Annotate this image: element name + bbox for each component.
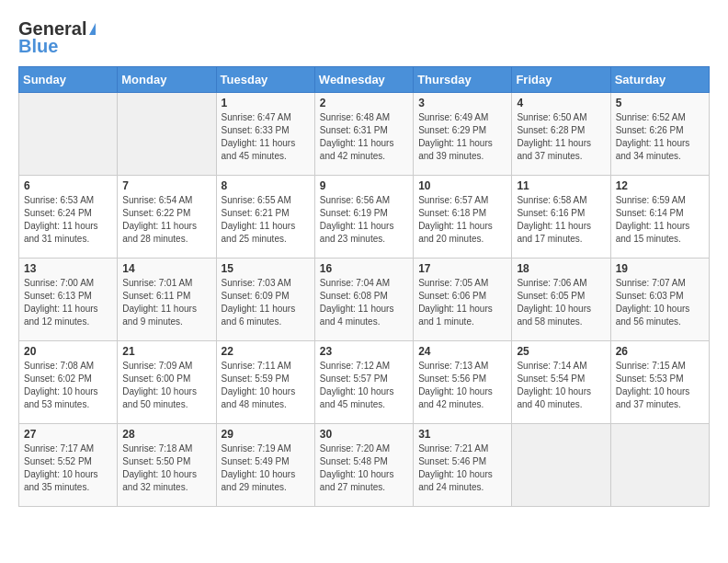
calendar-cell: 23Sunrise: 7:12 AMSunset: 5:57 PMDayligh…	[314, 341, 413, 424]
calendar-cell: 27Sunrise: 7:17 AMSunset: 5:52 PMDayligh…	[19, 424, 118, 507]
day-number: 18	[517, 262, 605, 275]
calendar-cell	[610, 424, 709, 507]
calendar-cell: 13Sunrise: 7:00 AMSunset: 6:13 PMDayligh…	[19, 259, 118, 341]
calendar-cell	[118, 93, 216, 176]
day-number: 14	[122, 262, 210, 275]
day-number: 21	[122, 345, 210, 358]
cell-content: Sunrise: 6:50 AMSunset: 6:28 PMDaylight:…	[517, 111, 605, 163]
calendar-cell	[512, 424, 610, 507]
calendar-cell: 26Sunrise: 7:15 AMSunset: 5:53 PMDayligh…	[610, 341, 709, 424]
calendar-cell: 7Sunrise: 6:54 AMSunset: 6:22 PMDaylight…	[118, 176, 216, 259]
cell-content: Sunrise: 7:11 AMSunset: 5:59 PMDaylight:…	[222, 360, 310, 411]
page-header: General Blue	[18, 18, 710, 57]
cell-content: Sunrise: 7:21 AMSunset: 5:46 PMDaylight:…	[418, 442, 506, 494]
calendar-cell: 2Sunrise: 6:48 AMSunset: 6:31 PMDaylight…	[314, 93, 413, 176]
day-header-friday: Friday	[512, 67, 610, 93]
cell-content: Sunrise: 6:59 AMSunset: 6:14 PMDaylight:…	[616, 194, 704, 246]
calendar-week-5: 27Sunrise: 7:17 AMSunset: 5:52 PMDayligh…	[19, 424, 710, 507]
calendar-cell: 14Sunrise: 7:01 AMSunset: 6:11 PMDayligh…	[118, 259, 216, 341]
calendar-cell: 18Sunrise: 7:06 AMSunset: 6:05 PMDayligh…	[512, 259, 610, 341]
cell-content: Sunrise: 7:20 AMSunset: 5:48 PMDaylight:…	[320, 442, 408, 494]
calendar-cell: 4Sunrise: 6:50 AMSunset: 6:28 PMDaylight…	[512, 93, 610, 176]
cell-content: Sunrise: 6:55 AMSunset: 6:21 PMDaylight:…	[222, 194, 310, 246]
cell-content: Sunrise: 7:18 AMSunset: 5:50 PMDaylight:…	[122, 442, 210, 494]
cell-content: Sunrise: 7:01 AMSunset: 6:11 PMDaylight:…	[122, 277, 210, 328]
day-header-saturday: Saturday	[610, 67, 709, 93]
calendar-cell: 24Sunrise: 7:13 AMSunset: 5:56 PMDayligh…	[414, 341, 512, 424]
calendar-header-row: SundayMondayTuesdayWednesdayThursdayFrid…	[19, 67, 710, 93]
calendar-cell: 19Sunrise: 7:07 AMSunset: 6:03 PMDayligh…	[610, 259, 709, 341]
calendar-cell: 11Sunrise: 6:58 AMSunset: 6:16 PMDayligh…	[512, 176, 610, 259]
day-number: 30	[320, 428, 408, 441]
day-number: 12	[616, 179, 704, 192]
day-number: 31	[418, 428, 506, 441]
day-number: 5	[616, 97, 704, 109]
cell-content: Sunrise: 7:09 AMSunset: 6:00 PMDaylight:…	[122, 360, 210, 411]
calendar-cell: 15Sunrise: 7:03 AMSunset: 6:09 PMDayligh…	[216, 259, 314, 341]
day-number: 3	[418, 97, 506, 109]
calendar-cell: 22Sunrise: 7:11 AMSunset: 5:59 PMDayligh…	[216, 341, 314, 424]
day-number: 2	[320, 97, 408, 109]
day-number: 10	[418, 179, 506, 192]
cell-content: Sunrise: 7:14 AMSunset: 5:54 PMDaylight:…	[517, 360, 605, 411]
calendar-cell	[19, 93, 118, 176]
calendar-table: SundayMondayTuesdayWednesdayThursdayFrid…	[18, 66, 710, 507]
day-number: 23	[320, 345, 408, 358]
cell-content: Sunrise: 7:00 AMSunset: 6:13 PMDaylight:…	[24, 277, 112, 328]
cell-content: Sunrise: 7:08 AMSunset: 6:02 PMDaylight:…	[24, 360, 112, 411]
day-number: 22	[222, 345, 310, 358]
calendar-cell: 17Sunrise: 7:05 AMSunset: 6:06 PMDayligh…	[414, 259, 512, 341]
cell-content: Sunrise: 7:17 AMSunset: 5:52 PMDaylight:…	[24, 442, 112, 494]
cell-content: Sunrise: 6:47 AMSunset: 6:33 PMDaylight:…	[222, 111, 310, 163]
day-number: 26	[616, 345, 704, 358]
day-number: 25	[517, 345, 605, 358]
calendar-cell: 16Sunrise: 7:04 AMSunset: 6:08 PMDayligh…	[314, 259, 413, 341]
day-number: 11	[517, 179, 605, 192]
cell-content: Sunrise: 7:15 AMSunset: 5:53 PMDaylight:…	[616, 360, 704, 411]
day-number: 29	[222, 428, 310, 441]
calendar-cell: 10Sunrise: 6:57 AMSunset: 6:18 PMDayligh…	[414, 176, 512, 259]
calendar-cell: 1Sunrise: 6:47 AMSunset: 6:33 PMDaylight…	[216, 93, 314, 176]
calendar-cell: 30Sunrise: 7:20 AMSunset: 5:48 PMDayligh…	[314, 424, 413, 507]
day-number: 28	[122, 428, 210, 441]
day-number: 8	[222, 179, 310, 192]
cell-content: Sunrise: 7:03 AMSunset: 6:09 PMDaylight:…	[222, 277, 310, 328]
cell-content: Sunrise: 6:56 AMSunset: 6:19 PMDaylight:…	[320, 194, 408, 246]
calendar-cell: 6Sunrise: 6:53 AMSunset: 6:24 PMDaylight…	[19, 176, 118, 259]
calendar-week-4: 20Sunrise: 7:08 AMSunset: 6:02 PMDayligh…	[19, 341, 710, 424]
cell-content: Sunrise: 7:19 AMSunset: 5:49 PMDaylight:…	[222, 442, 310, 494]
calendar-week-1: 1Sunrise: 6:47 AMSunset: 6:33 PMDaylight…	[19, 93, 710, 176]
cell-content: Sunrise: 6:58 AMSunset: 6:16 PMDaylight:…	[517, 194, 605, 246]
calendar-cell: 21Sunrise: 7:09 AMSunset: 6:00 PMDayligh…	[118, 341, 216, 424]
cell-content: Sunrise: 6:57 AMSunset: 6:18 PMDaylight:…	[418, 194, 506, 246]
calendar-cell: 29Sunrise: 7:19 AMSunset: 5:49 PMDayligh…	[216, 424, 314, 507]
day-number: 13	[24, 262, 112, 275]
day-number: 15	[222, 262, 310, 275]
calendar-week-3: 13Sunrise: 7:00 AMSunset: 6:13 PMDayligh…	[19, 259, 710, 341]
cell-content: Sunrise: 6:49 AMSunset: 6:29 PMDaylight:…	[418, 111, 506, 163]
day-number: 9	[320, 179, 408, 192]
calendar-cell: 12Sunrise: 6:59 AMSunset: 6:14 PMDayligh…	[610, 176, 709, 259]
calendar-cell: 3Sunrise: 6:49 AMSunset: 6:29 PMDaylight…	[414, 93, 512, 176]
day-number: 4	[517, 97, 605, 109]
calendar-cell: 5Sunrise: 6:52 AMSunset: 6:26 PMDaylight…	[610, 93, 709, 176]
day-number: 6	[24, 179, 112, 192]
calendar-cell: 20Sunrise: 7:08 AMSunset: 6:02 PMDayligh…	[19, 341, 118, 424]
calendar-cell: 28Sunrise: 7:18 AMSunset: 5:50 PMDayligh…	[118, 424, 216, 507]
calendar-week-2: 6Sunrise: 6:53 AMSunset: 6:24 PMDaylight…	[19, 176, 710, 259]
day-number: 24	[418, 345, 506, 358]
day-header-thursday: Thursday	[414, 67, 512, 93]
cell-content: Sunrise: 6:48 AMSunset: 6:31 PMDaylight:…	[320, 111, 408, 163]
cell-content: Sunrise: 7:04 AMSunset: 6:08 PMDaylight:…	[320, 277, 408, 328]
cell-content: Sunrise: 6:54 AMSunset: 6:22 PMDaylight:…	[122, 194, 210, 246]
cell-content: Sunrise: 7:07 AMSunset: 6:03 PMDaylight:…	[616, 277, 704, 328]
cell-content: Sunrise: 6:53 AMSunset: 6:24 PMDaylight:…	[24, 194, 112, 246]
cell-content: Sunrise: 6:52 AMSunset: 6:26 PMDaylight:…	[616, 111, 704, 163]
cell-content: Sunrise: 7:05 AMSunset: 6:06 PMDaylight:…	[418, 277, 506, 328]
logo-triangle-icon	[89, 23, 96, 35]
calendar-cell: 8Sunrise: 6:55 AMSunset: 6:21 PMDaylight…	[216, 176, 314, 259]
logo: General Blue	[18, 18, 96, 57]
logo-line2: Blue	[18, 36, 58, 57]
day-number: 27	[24, 428, 112, 441]
cell-content: Sunrise: 7:13 AMSunset: 5:56 PMDaylight:…	[418, 360, 506, 411]
